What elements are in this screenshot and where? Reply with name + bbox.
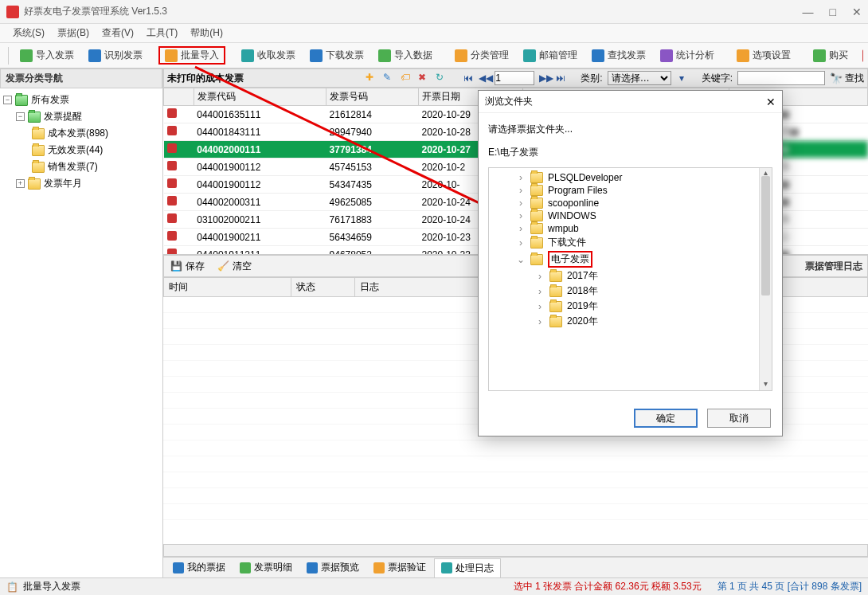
chevron-icon[interactable]: › [516,198,526,209]
close-button[interactable]: ✕ [852,6,862,18]
dialog-close-icon[interactable]: ✕ [766,96,776,108]
toolbar-下载发票[interactable]: 下载发票 [303,46,370,65]
maximize-button[interactable]: □ [830,6,836,18]
menu-item[interactable]: 系统(S) [8,25,49,41]
toolbar-收取发票[interactable]: 收取发票 [235,46,302,65]
menu-item[interactable]: 票据(B) [53,25,94,41]
chevron-icon[interactable]: › [516,210,526,221]
toolbar-批量导入[interactable]: 批量导入 [158,46,225,65]
tree-yearmonth[interactable]: + 发票年月 [16,175,159,192]
toolbar-统计分析[interactable]: 统计分析 [654,46,721,65]
prev-page-icon[interactable]: ◀◀ [479,72,490,84]
chevron-icon[interactable]: › [516,185,526,196]
menu-item[interactable]: 工具(T) [142,25,182,41]
pdf-icon [167,178,177,188]
chevron-icon[interactable]: › [516,223,526,234]
toolbar-常见问[interactable]: 常见问 [856,46,863,65]
tree-root-label: 所有发票 [31,93,69,107]
tree-item[interactable]: 成本发票(898) [32,125,159,142]
chevron-icon[interactable]: › [516,172,526,183]
menu-item[interactable]: 帮助(H) [186,25,228,41]
tab-票据验证[interactable]: 票据验证 [367,558,432,577]
minimize-button[interactable]: — [803,6,814,18]
title-bar: 好票友电子发票管理系统 Ver1.5.3 — □ ✕ [0,0,868,24]
dialog-prompt: 请选择票据文件夹... [488,123,772,136]
folder-node[interactable]: ›2019年 [492,299,768,314]
toolbar-查找发票[interactable]: 查找发票 [585,46,652,65]
toolbar-识别发票[interactable]: 识别发票 [82,46,149,65]
folder-icon [549,286,562,297]
save-button[interactable]: 💾 保存 [164,257,211,276]
tree-item[interactable]: 销售发票(7) [32,159,159,175]
toolbar-icon [455,49,467,62]
folder-node[interactable]: ›WINDOWS [492,209,768,222]
status-right: 第 1 页 共 45 页 [合计 898 条发票] [717,580,862,593]
folder-node[interactable]: ›wmpub [492,222,768,235]
invoice-title: 未打印的成本发票 [167,72,244,85]
delete-icon[interactable]: ✖ [418,72,431,84]
toolbar-导入发票[interactable]: 导入发票 [14,46,80,65]
dialog-cancel-button[interactable]: 取消 [707,409,771,428]
toolbar-导入数据[interactable]: 导入数据 [372,46,439,65]
chevron-icon[interactable]: › [516,237,526,249]
folder-node[interactable]: ›2017年 [492,268,768,284]
refresh-icon[interactable]: ↻ [436,72,448,84]
horizontal-scrollbar[interactable] [163,544,868,557]
status-center: 选中 1 张发票 合计金额 62.36元 税额 3.53元 [514,580,702,593]
dialog-current-path: E:\电子发票 [488,146,772,159]
toolbar-分类管理[interactable]: 分类管理 [448,46,515,65]
search-button[interactable]: 🔭查找 [830,72,864,85]
next-page-icon[interactable]: ▶▶ [539,72,550,84]
folder-node[interactable]: ›下载文件 [492,235,768,250]
clear-button[interactable]: 🧹 清空 [211,257,258,276]
tab-icon [307,562,318,573]
menu-item[interactable]: 查看(V) [97,25,139,41]
chevron-icon[interactable]: › [535,316,545,327]
last-page-icon[interactable]: ⏭ [555,72,566,84]
dialog-scrollbar[interactable]: ▴▾ [759,168,772,390]
first-page-icon[interactable]: ⏮ [463,72,474,84]
toolbar-邮箱管理[interactable]: 邮箱管理 [517,46,584,65]
toolbar-选项设置[interactable]: 选项设置 [730,46,797,65]
app-icon [6,6,19,18]
folder-node[interactable]: ›2020年 [492,314,768,329]
page-input[interactable] [495,71,534,85]
tab-我的票据[interactable]: 我的票据 [166,558,232,577]
pdf-icon [167,196,177,206]
status-left: 批量导入发票 [23,580,80,593]
chevron-icon[interactable]: › [535,301,545,312]
folder-icon [530,237,543,249]
folder-node[interactable]: ›scooponline [492,197,768,209]
col-status[interactable]: 状态 [291,278,355,297]
toolbar-icon [378,49,391,62]
keyword-input[interactable] [737,71,825,85]
folder-node[interactable]: ⌄电子发票 [492,250,768,268]
toolbar: 导入发票识别发票批量导入收取发票下载发票导入数据分类管理邮箱管理查找发票统计分析… [0,43,868,69]
folder-node[interactable]: ›2018年 [492,284,768,299]
tab-发票明细[interactable]: 发票明细 [233,558,299,577]
col-time[interactable]: 时间 [164,278,291,297]
folder-node[interactable]: ›PLSQLDeveloper [492,171,768,184]
tab-票据预览[interactable]: 票据预览 [300,558,366,577]
chevron-icon[interactable]: › [535,286,545,297]
folder-tree[interactable]: ›PLSQLDeveloper›Program Files›scooponlin… [488,167,772,391]
table-col[interactable]: 发票代码 [194,88,326,106]
folder-node[interactable]: ›Program Files [492,184,768,197]
chevron-icon[interactable]: › [535,271,545,282]
tree-root[interactable]: − 所有发票 [3,92,159,108]
add-icon[interactable]: ✚ [366,72,378,84]
dialog-ok-button[interactable]: 确定 [634,409,698,428]
folder-icon [549,316,562,327]
table-col[interactable]: 发票号码 [326,88,419,106]
edit-icon[interactable]: ✎ [383,72,396,84]
toolbar-icon [862,49,863,62]
tab-处理日志[interactable]: 处理日志 [434,558,501,577]
tree-item[interactable]: 无效发票(44) [32,142,159,159]
category-clear-icon[interactable]: ▾ [676,72,687,84]
toolbar-购买[interactable]: 购买 [807,46,854,65]
chevron-icon[interactable]: ⌄ [516,254,526,265]
tag-icon[interactable]: 🏷 [401,72,413,84]
table-col[interactable] [164,88,194,106]
category-select[interactable]: 请选择… [608,71,671,85]
tree-reminder[interactable]: − 发票提醒 [16,108,159,125]
